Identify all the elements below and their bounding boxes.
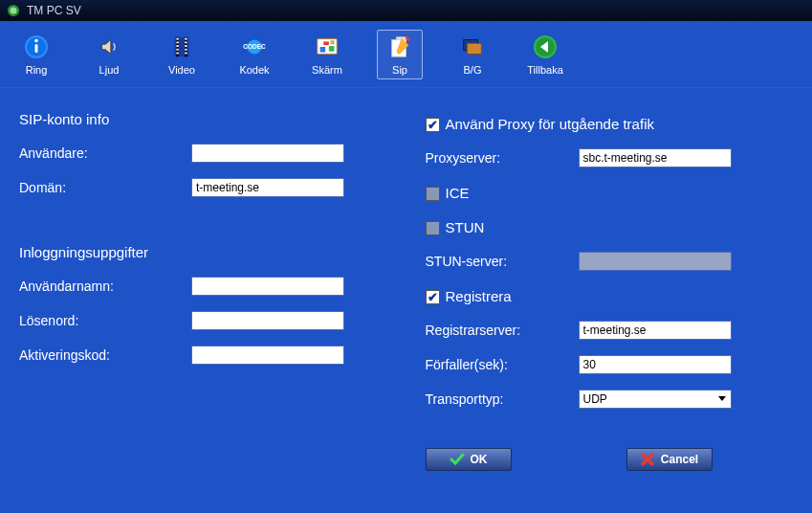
svg-rect-11: [176, 45, 178, 47]
toolbar-label: B/G: [464, 64, 482, 76]
svg-rect-9: [176, 37, 178, 39]
stun-label: STUN: [446, 219, 485, 235]
regserver-label: Registrarserver:: [426, 323, 579, 338]
right-column: ✔ Använd Proxy för utgående trafik Proxy…: [426, 111, 794, 471]
svg-rect-13: [176, 52, 178, 54]
toolbar-item-bg[interactable]: B/G: [450, 30, 495, 79]
stunserver-input: [579, 252, 732, 271]
content: SIP-konto info Användare: Domän: Inloggn…: [0, 88, 812, 480]
toolbar-item-tillbaka[interactable]: Tillbaka: [522, 30, 568, 79]
regserver-input[interactable]: [579, 321, 732, 340]
toolbar-item-ring[interactable]: Ring: [13, 30, 59, 79]
activation-label: Aktiveringskod:: [19, 347, 191, 363]
toolbar-item-sip[interactable]: Sip: [377, 30, 423, 79]
left-column: SIP-konto info Användare: Domän: Inloggn…: [19, 111, 387, 471]
stun-checkbox[interactable]: [426, 221, 440, 235]
proxyserver-input[interactable]: [579, 148, 732, 167]
svg-rect-4: [35, 44, 38, 53]
svg-point-5: [34, 38, 38, 42]
transport-select[interactable]: UDP: [579, 390, 732, 409]
cancel-button[interactable]: Cancel: [626, 448, 713, 471]
codec-icon: CODEC: [241, 33, 268, 60]
proxy-checkbox[interactable]: ✔: [426, 118, 440, 132]
svg-rect-10: [176, 41, 178, 43]
user-label: Användare:: [19, 145, 191, 161]
proxy-cb-label: Använd Proxy för utgående trafik: [446, 116, 654, 132]
edit-icon: [386, 33, 413, 60]
svg-rect-23: [329, 46, 335, 52]
speaker-icon: [96, 33, 122, 60]
svg-rect-15: [185, 41, 187, 43]
window-title: TM PC SV: [27, 4, 81, 17]
svg-point-1: [11, 8, 17, 14]
expires-label: Förfaller(sek):: [426, 357, 579, 372]
toolbar: Ring Ljud Video CODEC Kodek Skärm Sip B: [0, 21, 812, 88]
password-input[interactable]: [191, 311, 344, 330]
register-checkbox[interactable]: ✔: [426, 290, 440, 304]
toolbar-label: Kodek: [239, 64, 269, 76]
ok-button[interactable]: OK: [426, 448, 512, 471]
domain-input[interactable]: [191, 178, 344, 197]
cancel-icon: [640, 452, 655, 467]
user-input[interactable]: [191, 144, 344, 163]
username-label: Användarnamn:: [19, 279, 191, 294]
toolbar-label: Ljud: [99, 64, 120, 76]
toolbar-label: Sip: [392, 64, 407, 76]
svg-rect-16: [185, 45, 187, 47]
register-label: Registrera: [446, 288, 512, 304]
back-icon: [532, 33, 559, 60]
svg-rect-26: [467, 43, 481, 54]
bg-icon: [459, 33, 486, 60]
transport-label: Transporttyp:: [426, 391, 579, 407]
toolbar-item-skarm[interactable]: Skärm: [304, 30, 350, 79]
svg-rect-21: [323, 41, 329, 45]
stunserver-label: STUN-server:: [426, 254, 579, 269]
toolbar-label: Skärm: [312, 64, 342, 76]
toolbar-label: Video: [168, 64, 195, 76]
cancel-label: Cancel: [661, 453, 698, 466]
toolbar-item-kodek[interactable]: CODEC Kodek: [231, 30, 277, 79]
svg-rect-18: [185, 52, 187, 54]
info-icon: [23, 33, 50, 60]
toolbar-item-video[interactable]: Video: [159, 30, 205, 79]
toolbar-label: Tillbaka: [527, 64, 563, 76]
svg-rect-22: [320, 47, 326, 53]
activation-input[interactable]: [191, 346, 344, 365]
section-title-sip: SIP-konto info: [19, 111, 387, 127]
toolbar-label: Ring: [26, 64, 48, 76]
app-icon: [6, 3, 21, 18]
ice-label: ICE: [446, 185, 470, 201]
svg-text:CODEC: CODEC: [243, 42, 266, 49]
ice-checkbox[interactable]: [426, 187, 440, 201]
expires-input[interactable]: [579, 355, 732, 374]
proxyserver-label: Proxyserver:: [426, 150, 579, 166]
titlebar: TM PC SV: [0, 0, 812, 21]
toolbar-item-ljud[interactable]: Ljud: [86, 30, 132, 79]
svg-rect-17: [185, 48, 187, 50]
screen-icon: [314, 33, 340, 60]
section-title-login: Inloggningsuppgifter: [19, 244, 387, 260]
domain-label: Domän:: [19, 180, 191, 195]
svg-rect-12: [176, 48, 178, 50]
password-label: Lösenord:: [19, 313, 191, 328]
username-input[interactable]: [191, 277, 344, 296]
film-icon: [168, 33, 195, 60]
ok-label: OK: [471, 453, 488, 466]
check-icon: [450, 452, 465, 467]
button-row: OK Cancel: [426, 448, 794, 471]
svg-rect-14: [185, 37, 187, 39]
